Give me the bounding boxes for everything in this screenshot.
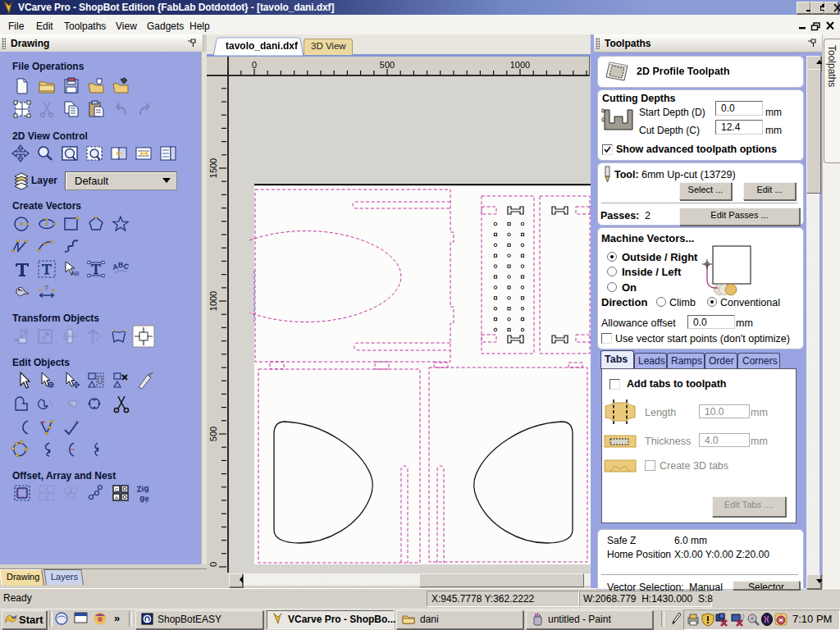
svg-text:C: C	[123, 262, 130, 271]
svg-text:Zig: Zig	[136, 483, 149, 494]
svg-text:?: ?	[44, 284, 48, 292]
svg-text:1000: 1000	[510, 60, 530, 70]
svg-text:500: 500	[208, 427, 218, 441]
svg-text:D: D	[601, 108, 605, 113]
svg-text:C: C	[115, 487, 119, 492]
svg-text:AB: AB	[71, 270, 80, 277]
svg-text:ge̩: ge̩	[139, 493, 150, 504]
svg-text:0: 0	[208, 562, 218, 567]
svg-text:500: 500	[380, 60, 395, 70]
svg-text:1500: 1500	[208, 158, 218, 178]
svg-text:1000: 1000	[208, 291, 218, 311]
svg-text:0: 0	[252, 60, 257, 70]
svg-text:C: C	[601, 117, 605, 122]
svg-text:A: A	[115, 495, 118, 500]
